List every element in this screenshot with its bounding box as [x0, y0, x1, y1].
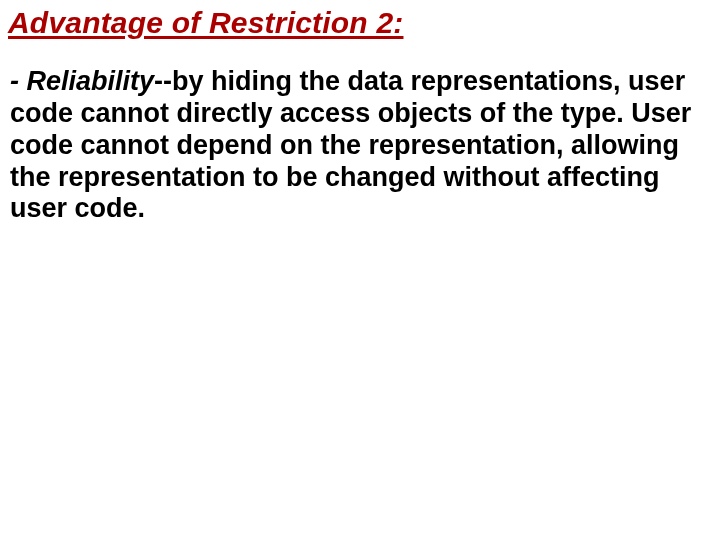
- slide-title: Advantage of Restriction 2:: [8, 6, 710, 40]
- bullet-dash: -: [10, 66, 27, 96]
- term-reliability: Reliability: [27, 66, 155, 96]
- slide-body: - Reliability--by hiding the data repres…: [8, 66, 710, 225]
